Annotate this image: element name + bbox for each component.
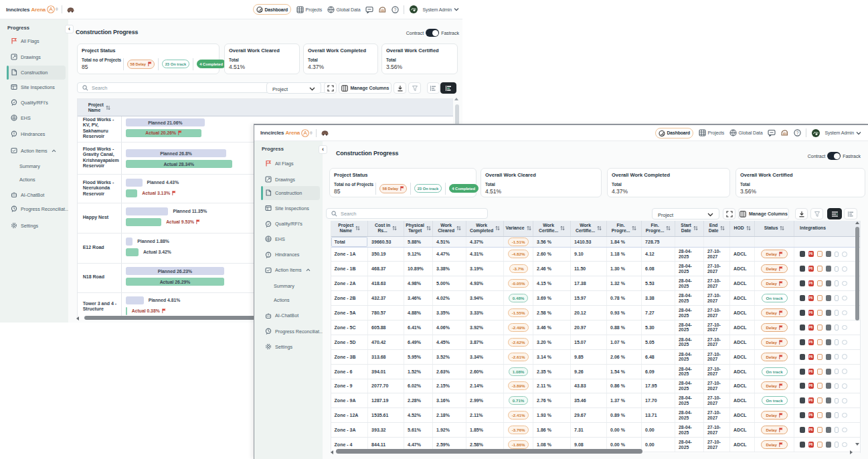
svg-text:?: ? (796, 130, 799, 135)
svg-text:?: ? (394, 7, 397, 11)
